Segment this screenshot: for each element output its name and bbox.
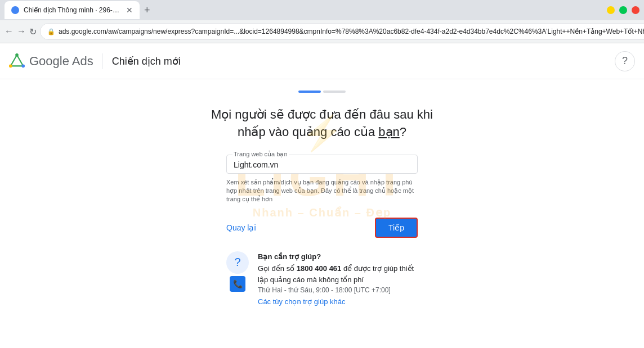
minimize-button[interactable]: – [607,6,615,14]
forward-nav-button[interactable]: → [17,24,26,39]
next-button[interactable]: Tiếp [375,218,418,238]
question-line2: nhấp vào quảng cáo của bạn? [211,124,433,141]
help-section: ? 📞 Bạn cần trợ giúp? Gọi đến số 1800 40… [226,251,418,308]
url-text: ads.google.com/aw/campaigns/new/express?… [59,28,644,35]
phone-icon: 📞 [230,276,245,292]
google-ads-logo: Google Ads [9,53,93,69]
website-field-label: Trang web của bạn [232,151,289,158]
tab-title: Chiến dịch Thông minh · 296-0... [24,6,122,14]
website-input[interactable] [234,160,410,169]
campaign-title: Chiến dịch mới [112,55,181,67]
help-phone-text: Gọi đến số 1800 400 461 để được trợ giúp… [258,263,418,285]
help-hours: Thứ Hai - thứ Sáu, 9:00 - 18:00 [UTC +7:… [258,285,418,295]
address-bar[interactable]: 🔒 ads.google.com/aw/campaigns/new/expres… [40,23,644,40]
help-bubble-icon: ? [226,251,249,274]
app-name-text: Google Ads [29,54,93,69]
main-content: ⚡ LIGHT Nhanh – Chuẩn – Đẹp Mọi người sẽ… [0,79,644,317]
phone-number: 1800 400 461 [297,264,342,273]
maximize-button[interactable]: □ [619,6,627,14]
buttons-row: Quay lại Tiếp [226,218,418,238]
app-header: Google Ads Chiến dịch mới ? [0,43,644,79]
reload-button[interactable]: ↻ [29,24,37,39]
back-nav-button[interactable]: ← [5,24,14,39]
call-text-prefix: Gọi đến số [258,264,297,273]
ads-logo-icon [9,53,25,69]
tab-bar: Chiến dịch Thông minh · 296-0... ✕ + – □… [0,0,644,20]
tab-close-icon[interactable]: ✕ [126,6,133,14]
close-button[interactable]: ✕ [632,6,639,14]
website-field-wrapper: Trang web của bạn [226,155,418,174]
question-line1: Mọi người sẽ được đưa đến đâu sau khi [211,106,433,124]
active-tab[interactable]: Chiến dịch Thông minh · 296-0... ✕ [5,1,140,19]
new-tab-button[interactable]: + [142,2,153,19]
help-options-link[interactable]: Các tùy chọn trợ giúp khác [258,296,418,308]
svg-point-3 [15,53,19,57]
progress-step-1 [298,91,321,93]
svg-point-1 [9,64,12,67]
help-question-icon: ? [622,55,628,67]
tab-favicon [11,6,19,14]
address-bar-row: ← → ↻ 🔒 ads.google.com/aw/campaigns/new/… [0,20,644,43]
form-section: Trang web của bạn Xem xét sản phẩm/dịch … [226,155,418,204]
progress-bar [298,91,346,93]
question-heading: Mọi người sẽ được đưa đến đâu sau khi nh… [211,106,433,141]
help-title: Bạn cần trợ giúp? [258,251,418,263]
svg-point-2 [21,64,25,67]
progress-step-2 [323,91,346,93]
help-text-area: Bạn cần trợ giúp? Gọi đến số 1800 400 46… [258,251,418,308]
window-controls: – □ ✕ [607,6,639,14]
back-link-button[interactable]: Quay lại [226,223,256,232]
browser-chrome: Chiến dịch Thông minh · 296-0... ✕ + – □… [0,0,644,43]
help-icon-button[interactable]: ? [615,51,635,71]
underline-word: bạn [378,125,399,139]
svg-marker-0 [11,55,23,66]
field-hint-text: Xem xét sản phẩm/dịch vụ bạn đang quảng … [226,178,418,204]
lock-icon: 🔒 [47,28,55,35]
header-divider [102,53,103,69]
